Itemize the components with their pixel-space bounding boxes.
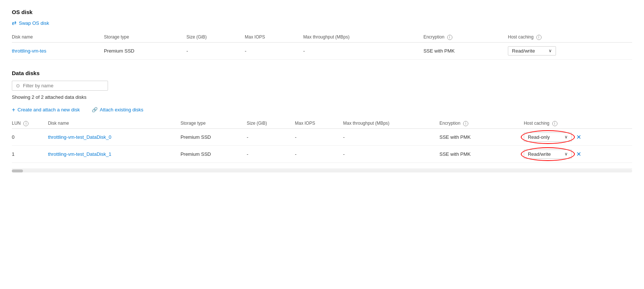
os-disk-host-caching-cell: Read/write ∨: [508, 42, 632, 59]
size-cell-0: -: [247, 128, 295, 145]
os-disk-max-iops: -: [245, 42, 303, 59]
os-disk-table: Disk name Storage type Size (GiB) Max IO…: [12, 32, 632, 60]
dd-host-caching-info-icon[interactable]: i: [552, 121, 557, 126]
horizontal-scrollbar[interactable]: [12, 169, 632, 173]
data-disk-row: 0throttling-vm-test_DataDisk_0Premium SS…: [12, 128, 632, 145]
attach-existing-label: Attach existing disks: [100, 107, 144, 112]
encryption-cell-1: SSE with PMK: [439, 145, 524, 162]
chevron-down-icon: ∨: [564, 151, 568, 157]
create-attach-disk-link[interactable]: + Create and attach a new disk: [12, 107, 80, 113]
plus-icon: +: [12, 107, 15, 113]
search-icon: ⊙: [16, 83, 20, 88]
host-caching-info-icon[interactable]: i: [536, 35, 542, 40]
storage-type-cell-0: Premium SSD: [181, 128, 247, 145]
action-bar: + Create and attach a new disk 🔗 Attach …: [12, 107, 632, 113]
chevron-down-icon: ∨: [549, 48, 552, 53]
dd-col-encryption: Encryption i: [439, 118, 524, 128]
showing-count-text: Showing 2 of 2 attached data disks: [12, 94, 632, 100]
col-host-caching: Host caching i: [508, 32, 632, 42]
data-disk-row: 1throttling-vm-test_DataDisk_1Premium SS…: [12, 145, 632, 162]
os-disk-name-link[interactable]: throttling-vm-tes: [12, 48, 46, 54]
col-encryption: Encryption i: [424, 32, 508, 42]
col-disk-name: Disk name: [12, 32, 104, 42]
dd-col-size: Size (GiB): [247, 118, 295, 128]
chevron-down-icon: ∨: [564, 134, 568, 140]
data-disks-section: Data disks ⊙ Showing 2 of 2 attached dat…: [12, 70, 632, 163]
os-disk-row: throttling-vm-tes Premium SSD - - - SSE …: [12, 42, 632, 59]
max-iops-cell-1: -: [295, 145, 343, 162]
host-caching-value-1: Read/write: [528, 151, 551, 157]
os-disk-size: -: [186, 42, 245, 59]
data-disks-table: LUN i Disk name Storage type Size (GiB) …: [12, 118, 632, 163]
os-disk-host-caching-value: Read/write: [512, 48, 535, 54]
dd-encryption-info-icon[interactable]: i: [463, 121, 468, 126]
max-throughput-cell-1: -: [343, 145, 439, 162]
encryption-cell-0: SSE with PMK: [439, 128, 524, 145]
dd-col-throughput: Max throughput (MBps): [343, 118, 439, 128]
encryption-info-icon[interactable]: i: [447, 35, 452, 40]
swap-os-disk-link[interactable]: ⇄ Swap OS disk: [12, 20, 49, 26]
lun-cell-0: 0: [12, 128, 48, 145]
data-disks-title: Data disks: [12, 70, 632, 76]
host-caching-cell-0: Read-only∨✕: [524, 128, 632, 145]
disk-name-cell-1: throttling-vm-test_DataDisk_1: [48, 145, 181, 162]
os-disk-encryption: SSE with PMK: [424, 42, 508, 59]
os-disk-max-throughput: -: [303, 42, 424, 59]
attach-icon: 🔗: [92, 107, 98, 112]
filter-by-name-input[interactable]: [23, 83, 104, 88]
circled-host-caching-0: Read-only∨: [524, 132, 572, 142]
host-caching-dropdown-0[interactable]: Read-only∨: [524, 132, 572, 142]
storage-type-cell-1: Premium SSD: [181, 145, 247, 162]
swap-os-disk-label: Swap OS disk: [19, 20, 49, 26]
lun-cell-1: 1: [12, 145, 48, 162]
circled-host-caching-1: Read/write∨: [524, 149, 572, 159]
col-size: Size (GiB): [186, 32, 245, 42]
delete-disk-button-1[interactable]: ✕: [575, 151, 583, 158]
os-disk-title: OS disk: [12, 9, 632, 15]
dd-col-host-caching: Host caching i: [524, 118, 632, 128]
host-caching-dropdown-1[interactable]: Read/write∨: [524, 149, 572, 159]
disk-name-link-0[interactable]: throttling-vm-test_DataDisk_0: [48, 134, 111, 140]
col-max-throughput: Max throughput (MBps): [303, 32, 424, 42]
dd-col-disk-name: Disk name: [48, 118, 181, 128]
os-disk-name-cell: throttling-vm-tes: [12, 42, 104, 59]
disk-name-cell-0: throttling-vm-test_DataDisk_0: [48, 128, 181, 145]
scrollbar-track: [12, 169, 632, 172]
dd-col-storage-type: Storage type: [181, 118, 247, 128]
os-disk-storage-type: Premium SSD: [104, 42, 186, 59]
col-max-iops: Max IOPS: [245, 32, 303, 42]
lun-info-icon[interactable]: i: [23, 121, 28, 126]
attach-existing-link[interactable]: 🔗 Attach existing disks: [92, 107, 144, 112]
filter-input-container: ⊙: [12, 81, 108, 91]
dd-col-max-iops: Max IOPS: [295, 118, 343, 128]
disk-name-link-1[interactable]: throttling-vm-test_DataDisk_1: [48, 151, 111, 157]
scrollbar-thumb[interactable]: [12, 169, 23, 172]
max-throughput-cell-0: -: [343, 128, 439, 145]
os-disk-host-caching-dropdown[interactable]: Read/write ∨: [508, 46, 556, 56]
dd-col-lun: LUN i: [12, 118, 48, 128]
host-caching-value-0: Read-only: [528, 134, 550, 140]
col-storage-type: Storage type: [104, 32, 186, 42]
create-attach-label: Create and attach a new disk: [17, 107, 80, 112]
size-cell-1: -: [247, 145, 295, 162]
os-disk-section: OS disk ⇄ Swap OS disk Disk name Storage…: [12, 9, 632, 60]
host-caching-cell-1: Read/write∨✕: [524, 145, 632, 162]
swap-icon: ⇄: [12, 20, 17, 26]
delete-disk-button-0[interactable]: ✕: [575, 134, 583, 141]
max-iops-cell-0: -: [295, 128, 343, 145]
